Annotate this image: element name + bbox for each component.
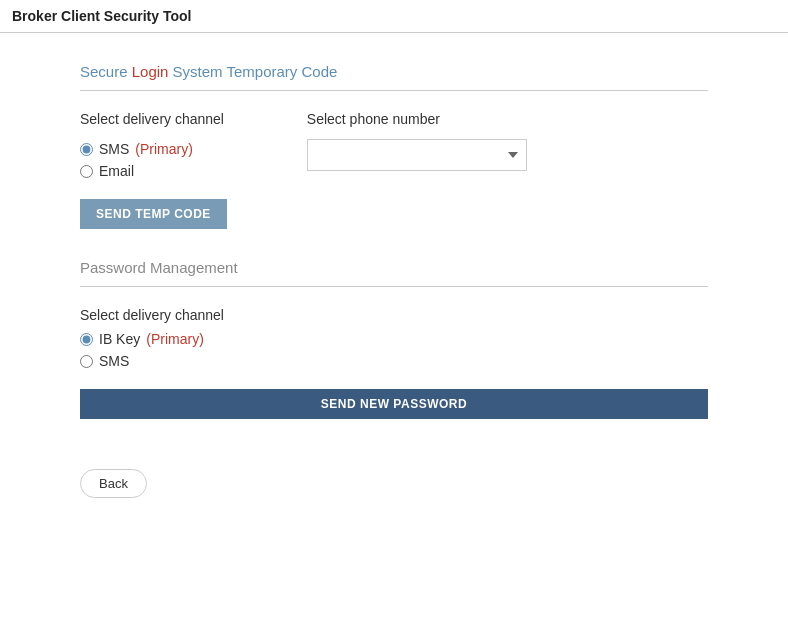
title-login: Login — [132, 63, 169, 80]
title-secure: Secure — [80, 63, 128, 80]
sms-radio[interactable] — [80, 143, 93, 156]
ibkey-label: IB Key — [99, 331, 140, 347]
password-delivery-label: Select delivery channel — [80, 307, 708, 323]
sms-password-radio[interactable] — [80, 355, 93, 368]
email-radio[interactable] — [80, 165, 93, 178]
phone-number-section: Select phone number — [307, 111, 527, 171]
password-section-title: Password Management — [80, 259, 708, 276]
ibkey-radio-option[interactable]: IB Key (Primary) — [80, 331, 708, 347]
password-divider — [80, 286, 708, 287]
password-body: Select delivery channel IB Key (Primary)… — [80, 307, 708, 419]
app-header: Broker Client Security Tool — [0, 0, 788, 33]
sms-password-radio-option[interactable]: SMS — [80, 353, 708, 369]
phone-number-label: Select phone number — [307, 111, 527, 127]
sms-radio-option[interactable]: SMS (Primary) — [80, 141, 227, 157]
delivery-channel-temp: Select delivery channel SMS (Primary) Em… — [80, 111, 227, 229]
temp-code-divider — [80, 90, 708, 91]
sms-password-label: SMS — [99, 353, 129, 369]
email-radio-option[interactable]: Email — [80, 163, 227, 179]
phone-number-select[interactable] — [307, 139, 527, 171]
main-content: Secure Login System Temporary Code Selec… — [0, 33, 788, 528]
ibkey-primary-label: (Primary) — [146, 331, 204, 347]
email-label: Email — [99, 163, 134, 179]
delivery-channel-label: Select delivery channel — [80, 111, 227, 127]
delivery-channel-password: IB Key (Primary) SMS SEND NEW PASSWORD — [80, 331, 708, 419]
sms-label: SMS — [99, 141, 129, 157]
send-new-password-button[interactable]: SEND NEW PASSWORD — [80, 389, 708, 419]
title-system: System — [173, 63, 223, 80]
ibkey-radio[interactable] — [80, 333, 93, 346]
temp-code-title: Secure Login System Temporary Code — [80, 63, 708, 80]
password-section: Password Management Select delivery chan… — [80, 259, 708, 419]
temp-code-body: Select delivery channel SMS (Primary) Em… — [80, 111, 708, 229]
send-temp-code-button[interactable]: SEND TEMP CODE — [80, 199, 227, 229]
sms-primary-label: (Primary) — [135, 141, 193, 157]
app-title: Broker Client Security Tool — [12, 8, 191, 24]
password-title-text: Password Management — [80, 259, 238, 276]
back-button[interactable]: Back — [80, 469, 147, 498]
temp-code-section: Secure Login System Temporary Code Selec… — [80, 63, 708, 229]
title-temp: Temporary Code — [227, 63, 338, 80]
